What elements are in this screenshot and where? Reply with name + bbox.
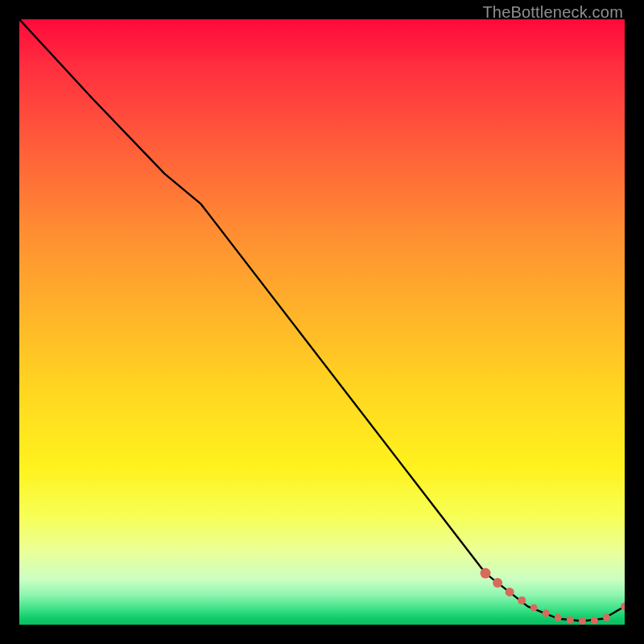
highlight-dot bbox=[579, 617, 586, 625]
highlight-dot bbox=[591, 617, 598, 624]
highlight-dot bbox=[603, 614, 610, 621]
highlight-dot bbox=[543, 609, 550, 617]
bottleneck-curve-line bbox=[19, 19, 625, 621]
highlight-dot bbox=[506, 588, 514, 597]
highlight-dot bbox=[518, 597, 526, 605]
highlight-dot bbox=[555, 614, 562, 621]
highlight-dot bbox=[481, 568, 491, 579]
highlight-dot bbox=[567, 617, 574, 624]
highlight-dot bbox=[493, 578, 502, 588]
highlight-dot bbox=[530, 604, 538, 611]
bottleneck-chart bbox=[19, 19, 625, 625]
